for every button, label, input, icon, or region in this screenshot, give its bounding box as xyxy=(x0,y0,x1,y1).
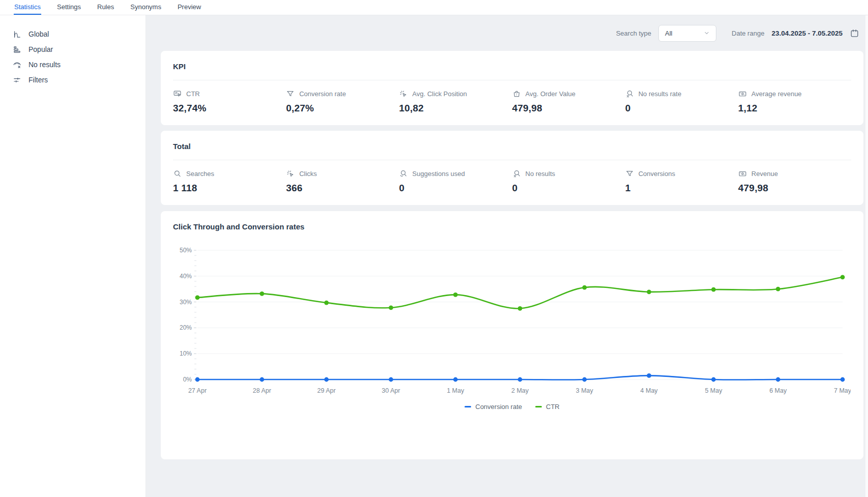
metric-label: Avg. Order Value xyxy=(526,90,576,98)
metric-no-results-rate: No results rate0 xyxy=(625,90,738,114)
metric-value: 479,98 xyxy=(738,183,851,194)
svg-text:7 May: 7 May xyxy=(834,387,851,394)
metric-ctr: CTR32,74% xyxy=(173,90,286,114)
metric-value: 1,12 xyxy=(738,103,851,114)
tab-synonyms[interactable]: Synonyms xyxy=(130,0,162,15)
metric-value: 0 xyxy=(399,183,512,194)
metric-value: 0,27% xyxy=(286,103,399,114)
tab-statistics[interactable]: Statistics xyxy=(14,0,41,15)
ctr-conversion-chart: 0%10%20%30%40%50%27 Apr28 Apr29 Apr30 Ap… xyxy=(173,244,851,397)
metric-label: Suggestions used xyxy=(412,170,465,178)
legend-marker xyxy=(465,406,471,408)
metric-conversion-rate: Conversion rate0,27% xyxy=(286,90,399,114)
divider xyxy=(173,80,851,80)
svg-text:50%: 50% xyxy=(180,247,192,254)
metric-header: Clicks xyxy=(286,169,399,178)
metric-header: Conversion rate xyxy=(286,90,399,98)
click-icon xyxy=(286,169,295,178)
metric-header: Avg. Click Position xyxy=(399,90,512,98)
metric-header: Suggestions used xyxy=(399,169,512,178)
svg-text:5 May: 5 May xyxy=(705,387,722,394)
svg-text:28 Apr: 28 Apr xyxy=(253,387,271,394)
metric-label: Average revenue xyxy=(751,90,802,98)
top-navigation: Statistics Settings Rules Synonyms Previ… xyxy=(0,0,868,15)
tab-label: Statistics xyxy=(14,3,41,11)
search-type-select[interactable]: All xyxy=(658,25,716,42)
metric-header: No results rate xyxy=(625,90,738,98)
metric-avg-click-position: Avg. Click Position10,82 xyxy=(399,90,512,114)
main-content: Search type All Date range 23.04.2025 - … xyxy=(146,15,868,497)
sidebar-item-global[interactable]: Global xyxy=(0,26,146,42)
metric-label: Avg. Click Position xyxy=(412,90,467,98)
tab-label: Rules xyxy=(97,3,114,11)
svg-text:27 Apr: 27 Apr xyxy=(188,387,207,394)
calendar-icon[interactable] xyxy=(850,28,859,38)
metric-value: 366 xyxy=(286,183,399,194)
svg-text:0%: 0% xyxy=(183,376,192,383)
search-type-value: All xyxy=(665,30,672,37)
chevron-down-icon xyxy=(704,30,710,36)
metric-header: No results xyxy=(512,169,625,178)
kpi-card: KPI CTR32,74%Conversion rate0,27%Avg. Cl… xyxy=(161,51,863,125)
tab-label: Preview xyxy=(178,3,201,11)
metric-conversions: Conversions1 xyxy=(625,169,738,194)
bars-icon xyxy=(13,45,21,54)
tab-label: Settings xyxy=(57,3,81,11)
search-suggest-icon xyxy=(399,169,408,178)
sidebar-item-label: Filters xyxy=(28,76,48,84)
legend-item-ctr[interactable]: CTR xyxy=(535,403,560,411)
metric-header: Average revenue xyxy=(738,90,851,98)
metric-value: 0 xyxy=(625,103,738,114)
metric-label: Conversion rate xyxy=(299,90,346,98)
metric-value: 32,74% xyxy=(173,103,286,114)
sidebar-item-filters[interactable]: Filters xyxy=(0,72,146,87)
metric-header: CTR xyxy=(173,90,286,98)
svg-text:29 Apr: 29 Apr xyxy=(317,387,336,394)
sidebar-item-label: Popular xyxy=(28,45,53,53)
metric-value: 1 xyxy=(625,183,738,194)
date-range-value[interactable]: 23.04.2025 - 7.05.2025 xyxy=(771,30,843,37)
legend-marker xyxy=(535,406,542,408)
svg-text:2 May: 2 May xyxy=(511,387,529,394)
metric-header: Conversions xyxy=(625,169,738,178)
metric-header: Revenue xyxy=(738,169,851,178)
sidebar-item-label: Global xyxy=(28,30,49,38)
metric-revenue: Revenue479,98 xyxy=(738,169,851,194)
svg-text:3 May: 3 May xyxy=(576,387,594,394)
funnel-icon xyxy=(625,169,634,178)
metric-value: 1 118 xyxy=(173,183,286,194)
metric-label: Revenue xyxy=(751,170,778,178)
metric-value: 10,82 xyxy=(399,103,512,114)
eye-off-icon xyxy=(13,61,21,69)
metric-average-revenue: Average revenue1,12 xyxy=(738,90,851,114)
tab-preview[interactable]: Preview xyxy=(177,0,201,15)
tab-settings[interactable]: Settings xyxy=(56,0,81,15)
metric-header: Avg. Order Value xyxy=(512,90,625,98)
metric-label: Conversions xyxy=(639,170,675,178)
metric-label: Clicks xyxy=(299,170,317,178)
sidebar: Global Popular No results Filters xyxy=(0,15,146,497)
svg-text:4 May: 4 May xyxy=(641,387,658,394)
tab-label: Synonyms xyxy=(130,3,161,11)
svg-text:1 May: 1 May xyxy=(447,387,465,394)
divider xyxy=(173,160,851,160)
svg-text:10%: 10% xyxy=(180,350,192,357)
kpi-card-title: KPI xyxy=(173,62,851,71)
sidebar-item-popular[interactable]: Popular xyxy=(0,42,146,57)
total-card-title: Total xyxy=(173,142,851,151)
search-x-icon xyxy=(625,90,634,98)
sidebar-item-label: No results xyxy=(28,61,61,69)
tab-rules[interactable]: Rules xyxy=(97,0,114,15)
metric-value: 479,98 xyxy=(512,103,625,114)
metric-value: 0 xyxy=(512,183,625,194)
chart-legend: Conversion rateCTR xyxy=(173,403,851,411)
legend-item-conversion-rate[interactable]: Conversion rate xyxy=(465,403,522,411)
legend-label: Conversion rate xyxy=(475,403,522,411)
sidebar-item-no-results[interactable]: No results xyxy=(0,57,146,72)
kpi-metrics-row: CTR32,74%Conversion rate0,27%Avg. Click … xyxy=(173,90,851,114)
scrollbar-track[interactable] xyxy=(865,15,868,497)
total-metrics-row: Searches1 118Clicks366Suggestions used0N… xyxy=(173,169,851,194)
metric-clicks: Clicks366 xyxy=(286,169,399,194)
metric-label: No results rate xyxy=(639,90,682,98)
metric-no-results: No results0 xyxy=(512,169,625,194)
